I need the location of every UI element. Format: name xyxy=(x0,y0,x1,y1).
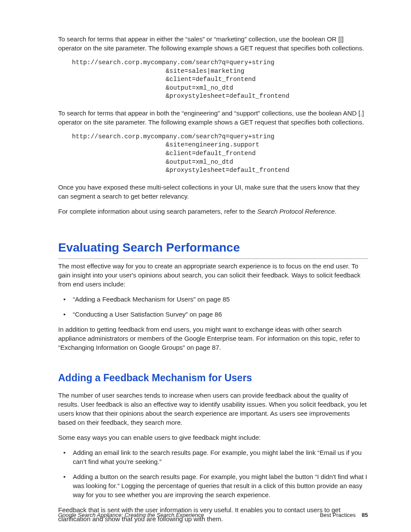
subsection-heading: Adding a Feedback Mechanism for Users xyxy=(58,371,368,385)
footer-section-label: Best Practices xyxy=(320,512,355,518)
body-paragraph: To search for terms that appear in both … xyxy=(58,109,368,127)
document-page: To search for terms that appear in eithe… xyxy=(0,0,411,532)
bullet-list: “Adding a Feedback Mechanism for Users” … xyxy=(58,295,368,319)
code-example: http://search.corp.mycompany.com/search?… xyxy=(72,59,368,101)
text-run: . xyxy=(335,208,336,215)
body-paragraph: In addition to getting feedback from end… xyxy=(58,325,368,352)
page-footer: Google Search Appliance: Creating the Se… xyxy=(58,511,368,519)
body-paragraph: Some easy ways you can enable users to g… xyxy=(58,433,368,442)
body-paragraph: The number of user searches tends to inc… xyxy=(58,391,368,427)
list-item: Adding a button on the search results pa… xyxy=(58,472,368,499)
body-paragraph: Once you have exposed these multi-select… xyxy=(58,183,368,201)
reference-title: Search Protocol Reference xyxy=(257,208,335,215)
section-heading: Evaluating Search Performance xyxy=(58,239,368,259)
body-paragraph: The most effective way for you to create… xyxy=(58,261,368,289)
body-paragraph: To search for terms that appear in eithe… xyxy=(58,34,368,53)
bullet-list: Adding an email link to the search resul… xyxy=(58,448,368,499)
page-number: 85 xyxy=(362,512,368,518)
list-item: “Conducting a User Satisfaction Survey” … xyxy=(58,310,368,319)
footer-doc-title: Google Search Appliance: Creating the Se… xyxy=(58,511,204,519)
text-run: For complete information about using sea… xyxy=(58,208,257,215)
footer-right: Best Practices85 xyxy=(320,511,368,519)
list-item: Adding an email link to the search resul… xyxy=(58,448,368,466)
code-example: http://search.corp.mycompany.com/search?… xyxy=(72,133,368,175)
list-item: “Adding a Feedback Mechanism for Users” … xyxy=(58,295,368,304)
body-paragraph: For complete information about using sea… xyxy=(58,207,368,216)
